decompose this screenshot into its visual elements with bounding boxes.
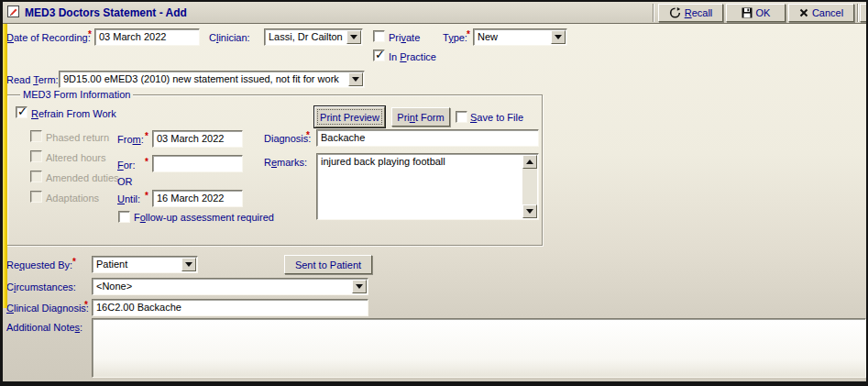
toolbar-separator — [857, 4, 859, 22]
sent-to-patient-label: Sent to Patient — [295, 259, 361, 270]
or-label: OR — [117, 176, 133, 187]
required-asterisk: * — [145, 191, 148, 201]
save-icon — [742, 7, 753, 18]
scroll-down-icon — [526, 209, 533, 214]
close-icon — [799, 8, 808, 17]
refrain-from-work-label: Refrain From Work — [31, 108, 116, 119]
until-label: Until: — [117, 193, 140, 204]
clinical-diagnosis-label: Clinical Diagnosis: — [6, 303, 89, 314]
recall-label: Recall — [685, 7, 713, 18]
circumstances-select[interactable]: <None> — [92, 278, 368, 295]
chevron-down-icon — [356, 284, 363, 289]
help-button[interactable]: ? Help — [860, 4, 868, 22]
ok-button[interactable]: OK — [726, 4, 786, 22]
print-form-label: Print Form — [397, 112, 444, 123]
clinician-label: Clinician: — [209, 32, 250, 43]
clinical-diagnosis-input[interactable]: 16C2.00 Backache — [92, 299, 368, 316]
amended-duties-label: Amended duties — [46, 172, 119, 183]
required-asterisk: * — [72, 257, 76, 267]
date-of-recording-label: Date of Recording: — [6, 32, 91, 43]
diagnosis-label: Diagnosis: — [264, 133, 311, 144]
remarks-scrollbar[interactable] — [522, 155, 537, 218]
required-asterisk: * — [467, 29, 470, 39]
window-title: MED3 Doctors Statement - Add — [25, 6, 187, 19]
type-label: Type: — [443, 32, 467, 43]
additional-notes-label: Additional Notes: — [6, 322, 82, 333]
required-asterisk: * — [88, 29, 92, 39]
amended-duties-checkbox — [30, 171, 42, 182]
read-term-select[interactable]: 9D15.00 eMED3 (2010) new statement issue… — [59, 71, 365, 88]
phased-return-label: Phased return — [46, 132, 109, 143]
follow-up-checkbox[interactable] — [118, 211, 130, 223]
type-value: New — [478, 31, 498, 43]
chevron-down-icon — [350, 35, 357, 39]
dropdown-button[interactable] — [551, 30, 566, 44]
print-preview-label: Print Preview — [320, 112, 379, 123]
in-practice-label: In Practice — [389, 51, 436, 62]
recall-icon — [669, 7, 681, 18]
for-label: For: — [117, 160, 136, 171]
cancel-label: Cancel — [812, 7, 843, 18]
until-input[interactable]: 16 March 2022 — [152, 190, 243, 207]
adaptations-checkbox — [30, 191, 42, 203]
dropdown-button[interactable] — [181, 258, 196, 271]
for-input[interactable] — [152, 155, 243, 172]
save-to-file-checkbox[interactable] — [456, 111, 467, 123]
chevron-down-icon — [555, 35, 562, 39]
required-asterisk: * — [84, 300, 88, 310]
additional-notes-textarea[interactable] — [92, 318, 866, 378]
scroll-down-button[interactable] — [522, 204, 537, 218]
in-practice-checkbox[interactable] — [373, 50, 385, 61]
clinician-select[interactable]: Lassi, Dr Cailton — [264, 28, 363, 46]
remarks-value: injured back playing football — [321, 156, 520, 168]
from-label: From: — [117, 134, 144, 145]
diagnosis-value: Backache — [321, 132, 365, 144]
diagnosis-input[interactable]: Backache — [316, 129, 539, 147]
print-preview-button[interactable]: Print Preview — [314, 106, 385, 127]
ok-label: OK — [756, 7, 771, 18]
remarks-textarea[interactable]: injured back playing football — [316, 153, 539, 220]
date-of-recording-input[interactable]: 03 March 2022 — [94, 28, 200, 46]
read-term-value: 9D15.00 eMED3 (2010) new statement issue… — [63, 73, 339, 85]
dropdown-button[interactable] — [352, 280, 367, 293]
clinician-value: Lassi, Dr Cailton — [269, 31, 343, 43]
recall-button[interactable]: Recall — [658, 4, 723, 22]
requested-by-value: Patient — [96, 259, 127, 270]
from-input[interactable]: 03 March 2022 — [152, 130, 243, 148]
sent-to-patient-button[interactable]: Sent to Patient — [284, 255, 372, 274]
accent-stripe — [3, 24, 7, 308]
scroll-up-button[interactable] — [522, 155, 537, 169]
med3-group-legend: MED3 Form Information — [20, 89, 133, 100]
doc-edit-icon — [7, 6, 19, 17]
med3-statement-window: MED3 Doctors Statement - Add Recall OK C… — [0, 0, 868, 386]
circumstances-label: Circumstances: — [6, 281, 76, 292]
requested-by-label: Requested By: — [6, 259, 72, 270]
chevron-down-icon — [185, 262, 192, 267]
follow-up-label: Follow-up assessment required — [134, 212, 274, 223]
read-term-label: Read Term: — [6, 74, 59, 85]
scroll-up-icon — [526, 160, 533, 164]
dropdown-button[interactable] — [346, 30, 361, 44]
clinical-diagnosis-value: 16C2.00 Backache — [96, 302, 181, 314]
altered-hours-checkbox — [30, 150, 42, 162]
requested-by-select[interactable]: Patient — [92, 256, 198, 273]
circumstances-value: <None> — [96, 281, 132, 292]
altered-hours-label: Altered hours — [46, 152, 105, 163]
chevron-down-icon — [352, 77, 359, 82]
remarks-label: Remarks: — [264, 157, 307, 168]
type-select[interactable]: New — [473, 28, 567, 46]
from-value: 03 March 2022 — [157, 133, 224, 145]
refrain-from-work-checkbox[interactable] — [16, 106, 27, 118]
dropdown-button[interactable] — [348, 72, 363, 86]
toolbar-separator — [653, 4, 654, 22]
save-to-file-label: Save to File — [470, 112, 523, 123]
private-label: Private — [389, 32, 420, 43]
required-asterisk: * — [145, 157, 148, 167]
private-checkbox[interactable] — [373, 30, 385, 42]
print-form-button[interactable]: Print Form — [391, 107, 450, 127]
date-of-recording-value: 03 March 2022 — [99, 31, 166, 43]
required-asterisk: * — [145, 131, 148, 141]
until-value: 16 March 2022 — [157, 193, 224, 204]
cancel-button[interactable]: Cancel — [788, 4, 854, 22]
adaptations-label: Adaptations — [46, 193, 99, 204]
